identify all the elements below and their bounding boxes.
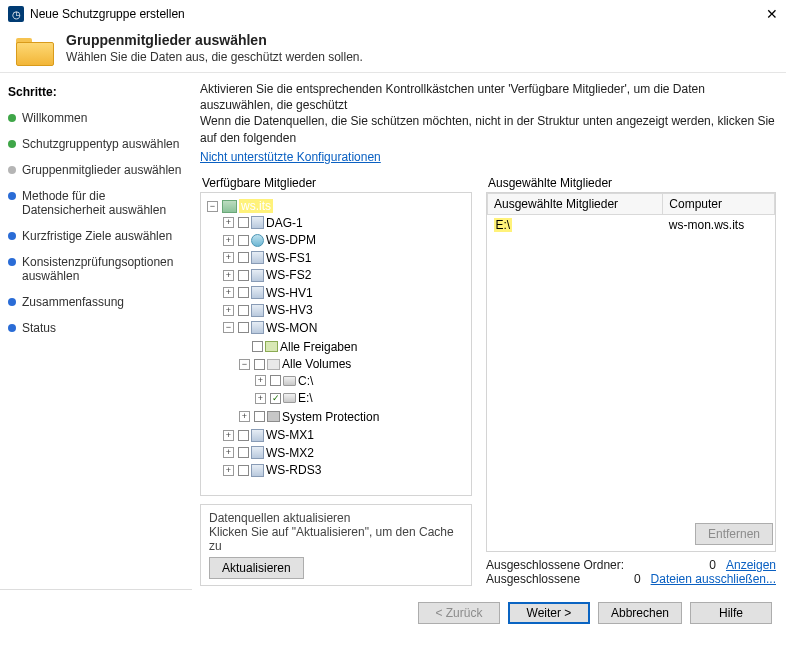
description-line-2: Wenn die Datenquellen, die Sie schützen …: [200, 113, 776, 145]
tree-item[interactable]: +✓ E:\: [255, 391, 313, 405]
exclude-files-link[interactable]: Dateien ausschließen...: [651, 572, 776, 586]
wizard-step[interactable]: Status: [6, 317, 186, 343]
steps-heading: Schritte:: [8, 85, 186, 99]
col-selected-members[interactable]: Ausgewählte Mitglieder: [488, 193, 663, 214]
checkbox[interactable]: [238, 270, 249, 281]
checkbox[interactable]: [238, 287, 249, 298]
checkbox[interactable]: [252, 341, 263, 352]
wizard-step-label: Konsistenzprüfungsoptionen auswählen: [22, 255, 184, 283]
checkbox[interactable]: ✓: [270, 393, 281, 404]
tree-item[interactable]: + WS-FS2: [223, 268, 311, 282]
expand-toggle-icon[interactable]: +: [223, 465, 234, 476]
server-icon: [251, 269, 264, 282]
tree-item-label: WS-DPM: [266, 233, 316, 247]
expand-toggle-icon[interactable]: −: [239, 359, 250, 370]
wizard-step-label: Schutzgruppentyp auswählen: [22, 137, 179, 151]
wizard-step-label: Zusammenfassung: [22, 295, 124, 309]
wizard-step[interactable]: Zusammenfassung: [6, 291, 186, 317]
tree-item[interactable]: − ws.its: [207, 199, 273, 213]
tree-item[interactable]: − WS-MON: [223, 321, 317, 335]
tree-item[interactable]: + WS-MX1: [223, 428, 314, 442]
server-icon: [251, 216, 264, 229]
show-excluded-link[interactable]: Anzeigen: [726, 558, 776, 572]
expand-toggle-icon[interactable]: +: [255, 393, 266, 404]
wizard-step[interactable]: Methode für die Datensicherheit auswähle…: [6, 185, 186, 225]
checkbox[interactable]: [238, 447, 249, 458]
tree-item[interactable]: + WS-FS1: [223, 251, 311, 265]
expand-toggle-icon[interactable]: +: [223, 217, 234, 228]
checkbox[interactable]: [270, 375, 281, 386]
available-members-tree[interactable]: − ws.its+ DAG-1+ WS-DPM+ WS-FS1+ WS-FS2+…: [200, 192, 472, 496]
selected-members-table: Ausgewählte Mitglieder Computer E:\ws-mo…: [487, 193, 775, 235]
checkbox[interactable]: [238, 235, 249, 246]
expand-toggle-icon[interactable]: −: [223, 322, 234, 333]
checkbox[interactable]: [238, 322, 249, 333]
tree-item[interactable]: + WS-RDS3: [223, 463, 321, 477]
checkbox[interactable]: [254, 359, 265, 370]
excluded-label: Ausgeschlossene: [486, 572, 623, 586]
wizard-steps: Schritte: WillkommenSchutzgruppentyp aus…: [0, 73, 192, 590]
volume-icon: [267, 359, 280, 370]
excluded-count: 0: [623, 572, 651, 586]
tree-item-label: Alle Volumes: [282, 357, 351, 371]
tree-item[interactable]: + WS-MX2: [223, 446, 314, 460]
tree-item[interactable]: + System Protection: [239, 410, 379, 424]
tree-item[interactable]: Alle Freigaben: [239, 340, 357, 354]
expand-toggle-icon[interactable]: +: [223, 235, 234, 246]
expand-toggle-icon[interactable]: +: [223, 287, 234, 298]
selected-member-cell: E:\: [494, 218, 513, 232]
tree-item[interactable]: + WS-HV3: [223, 303, 313, 317]
back-button[interactable]: < Zurück: [418, 602, 500, 624]
checkbox[interactable]: [238, 430, 249, 441]
wizard-footer: < Zurück Weiter > Abbrechen Hilfe: [0, 590, 786, 636]
wizard-step[interactable]: Kurzfristige Ziele auswählen: [6, 225, 186, 251]
expand-toggle-icon[interactable]: +: [239, 411, 250, 422]
expand-toggle-icon[interactable]: +: [255, 375, 266, 386]
next-button[interactable]: Weiter >: [508, 602, 590, 624]
tree-item[interactable]: + DAG-1: [223, 216, 303, 230]
expand-toggle-icon[interactable]: +: [223, 430, 234, 441]
checkbox[interactable]: [254, 411, 265, 422]
close-button[interactable]: ✕: [738, 6, 778, 22]
tree-item[interactable]: + C:\: [255, 374, 313, 388]
expand-toggle-icon[interactable]: +: [223, 270, 234, 281]
bullet-icon: [8, 166, 16, 174]
checkbox[interactable]: [238, 252, 249, 263]
checkbox[interactable]: [238, 465, 249, 476]
expand-toggle-icon[interactable]: +: [223, 305, 234, 316]
bullet-icon: [8, 232, 16, 240]
cancel-button[interactable]: Abbrechen: [598, 602, 682, 624]
unsupported-config-link[interactable]: Nicht unterstützte Konfigurationen: [200, 150, 381, 164]
table-row[interactable]: E:\ws-mon.ws.its: [488, 214, 775, 235]
wizard-step[interactable]: Schutzgruppentyp auswählen: [6, 133, 186, 159]
domain-icon: [222, 200, 237, 213]
checkbox[interactable]: [238, 305, 249, 316]
tree-item-label: ws.its: [239, 199, 273, 213]
tree-item[interactable]: − Alle Volumes: [239, 357, 351, 371]
excluded-folders-count: 0: [698, 558, 726, 572]
datasource-hint: Klicken Sie auf "Aktualisieren", um den …: [209, 525, 463, 553]
tree-item-label: WS-RDS3: [266, 463, 321, 477]
wizard-step[interactable]: Gruppenmitglieder auswählen: [6, 159, 186, 185]
server-icon: [251, 321, 264, 334]
tree-item[interactable]: + WS-DPM: [223, 233, 316, 247]
tree-item[interactable]: + WS-HV1: [223, 286, 313, 300]
remove-button[interactable]: Entfernen: [695, 523, 773, 545]
expand-toggle-icon[interactable]: +: [223, 447, 234, 458]
wizard-step[interactable]: Willkommen: [6, 107, 186, 133]
wizard-step-label: Gruppenmitglieder auswählen: [22, 163, 181, 177]
bullet-icon: [8, 324, 16, 332]
wizard-step[interactable]: Konsistenzprüfungsoptionen auswählen: [6, 251, 186, 291]
refresh-button[interactable]: Aktualisieren: [209, 557, 304, 579]
tree-item-label: WS-FS1: [266, 251, 311, 265]
checkbox[interactable]: [238, 217, 249, 228]
srvdpm-icon: [251, 234, 264, 247]
check-icon: [8, 114, 16, 122]
expand-toggle-icon[interactable]: −: [207, 201, 218, 212]
share-icon: [265, 341, 278, 352]
help-button[interactable]: Hilfe: [690, 602, 772, 624]
expand-toggle-icon[interactable]: +: [223, 252, 234, 263]
wizard-step-label: Willkommen: [22, 111, 87, 125]
page-subtitle: Wählen Sie die Daten aus, die geschützt …: [66, 50, 363, 64]
col-computer[interactable]: Computer: [663, 193, 775, 214]
